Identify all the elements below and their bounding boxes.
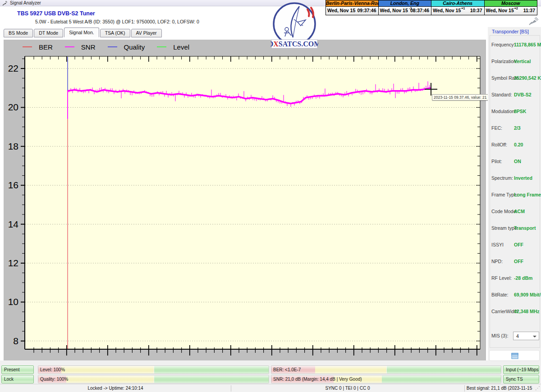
- chart-tooltip: 2023-11-15 09.37.46, value: 21: [432, 94, 489, 100]
- transponder-row-value: DVB-S2: [514, 92, 532, 97]
- clock-date: Wed, Nov 15: [380, 8, 408, 13]
- bar-text: SNR: 21,0 dB (Margin: 14,4 dB | Very Goo…: [273, 375, 362, 383]
- clock-date: Wed, Nov 15: [327, 8, 355, 13]
- transponder-row: Modulation:8PSK: [491, 109, 539, 115]
- world-clock-panel: Berlin-Paris-Vienna-RomaWed, Nov 1509:37…: [326, 0, 537, 15]
- clock-time: 09:37:46: [357, 8, 376, 13]
- transponder-row-value: Inverted: [514, 175, 532, 181]
- snr-bar: SNR: 21,0 dB (Margin: 14,4 dB | Very Goo…: [271, 375, 501, 383]
- tuner-name: TBS 5927 USB DVB-S2 Tuner: [17, 10, 95, 17]
- transponder-row-label: Code Mode:: [491, 209, 517, 214]
- transponder-panel: Transponder [BS] Frequency:11178,865 MHz…: [488, 27, 541, 360]
- lock-indicator: Lock: [1, 375, 34, 383]
- bar-shine: [271, 366, 501, 374]
- tab-av-player[interactable]: AV Player: [131, 29, 162, 37]
- transponder-row: Frame Type:Long Frame: [491, 192, 539, 198]
- clock-time-row: Wed, Nov 15+211:37: [485, 7, 537, 15]
- transponder-row: CarrierWidth:42,348 MHz: [491, 309, 539, 315]
- transponder-row: NPD:OFF: [491, 259, 539, 265]
- bar-text: BER: <1.0E-7: [273, 366, 301, 374]
- transponder-row-label: BitRate:: [491, 292, 508, 297]
- clock-time-row: Wed, Nov 1509:37:46: [326, 7, 378, 15]
- transponder-row-label: Frequency:: [491, 42, 515, 47]
- dxsatcs-logo: DXSATCS.COM: [270, 1, 318, 50]
- y-tick-label: 20: [8, 102, 18, 112]
- transponder-row-value: 2/3: [514, 125, 521, 131]
- y-tick-label: 8: [13, 336, 18, 346]
- mis-dropdown[interactable]: 4: [513, 332, 539, 340]
- transponder-row-value: 42,348 MHz: [514, 309, 540, 314]
- transponder-row: Spectrum:Inverted: [491, 175, 539, 182]
- transponder-row: FEC:2/3: [491, 125, 539, 132]
- transponder-row-label: NPD:: [491, 259, 503, 264]
- transponder-row-value: OFF: [514, 259, 523, 264]
- y-tick-label: 14: [8, 219, 19, 229]
- clock-utc-offset: +1: [461, 6, 465, 10]
- tab-bs-mode[interactable]: BS Mode: [4, 29, 33, 37]
- status-bar: Locked -> Uptime: 24:10:14 SYNC 0 | TEI …: [0, 384, 541, 392]
- y-tick-label: 16: [8, 180, 18, 190]
- transponder-row-label: Spectrum:: [491, 175, 513, 181]
- transponder-row: Standard:DVB-S2: [491, 92, 539, 98]
- bar-text: Quality: 100%: [40, 375, 68, 383]
- clock-time: 10:37: [470, 8, 482, 13]
- transponder-title: Transponder [BS]: [491, 29, 530, 34]
- y-tick-label: 18: [8, 141, 18, 151]
- ts-info-button[interactable]: [489, 350, 540, 361]
- transponder-row-value: 69,909 Mbit/s: [514, 292, 541, 297]
- clock-date: Wed, Nov 15: [433, 8, 461, 13]
- transponder-row: Pilot:ON: [491, 159, 539, 165]
- transponder-row: ISSYIOFF: [491, 242, 539, 248]
- clock-4: MoscowWed, Nov 15+211:37: [485, 0, 538, 15]
- ber-bar: BER: <1.0E-7: [271, 365, 501, 374]
- mis-selected-value: 4: [516, 333, 519, 339]
- status-best-signal: Best signal: 21,1 dB (2023-11-15 09:14): [464, 384, 534, 392]
- mis-label: MIS (3):: [491, 333, 508, 338]
- tab-tsa-ok-[interactable]: TSA (OK): [100, 29, 130, 37]
- bar-text: Level: 100%: [40, 366, 65, 374]
- tab-dt-mode[interactable]: DT Mode: [34, 29, 63, 37]
- present-indicator: Present: [1, 365, 34, 374]
- clock-2: London, EngWed, Nov 15-108:37:46: [379, 0, 432, 15]
- clock-1: Berlin-Paris-Vienna-RomaWed, Nov 1509:37…: [326, 0, 379, 15]
- transponder-row: Frequency:11178,865 MHz: [491, 42, 539, 48]
- sync-ts-indicator: Sync TS: [503, 375, 539, 383]
- transponder-row: Stream type:Transport: [491, 225, 539, 232]
- transponder-row-label: Modulation:: [491, 109, 516, 114]
- transponder-groupbox: [490, 35, 540, 348]
- resize-grip[interactable]: ⋰: [535, 385, 540, 391]
- transponder-row-value: ACM: [514, 209, 525, 214]
- transponder-row-value: 11178,865 MHz: [514, 42, 541, 47]
- transponder-row-label: RollOff:: [491, 142, 507, 147]
- quality-bar: Quality: 100%: [38, 375, 269, 383]
- transponder-row-label: ISSYI: [491, 242, 504, 247]
- level-bar: Level: 100%: [38, 365, 269, 374]
- clock-city: London, Eng: [379, 0, 431, 7]
- bar-shine: [38, 375, 269, 383]
- y-tick-label: 22: [8, 63, 18, 73]
- transponder-row-label: FEC:: [491, 125, 502, 131]
- clock-time-row: Wed, Nov 15+110:37: [431, 7, 484, 15]
- transponder-row: Symbol Rate:35290,542 KS/s: [491, 75, 539, 82]
- mini-satellite-icon: [528, 16, 539, 25]
- chart-region: BERSNRQualityLevel 810121416182022 2023-…: [4, 40, 486, 360]
- clock-time: 11:37: [523, 8, 535, 13]
- signal-analyzer-window: Signal Analyzer TBS 5927 USB DVB-S2 Tune…: [0, 0, 541, 392]
- transponder-row: RollOff:0.20: [491, 142, 539, 148]
- transponder-row-label: RF Level:: [491, 275, 512, 281]
- clock-time: 08:37:46: [410, 8, 429, 13]
- satellite-icon: [2, 0, 8, 6]
- mis-row: MIS (3): 4: [491, 332, 539, 340]
- tab-signal-mon-[interactable]: Signal Mon.: [64, 27, 99, 37]
- transponder-row: Code Mode:ACM: [491, 209, 539, 215]
- clock-utc-offset: +2: [514, 6, 518, 10]
- bar-shine: [38, 366, 269, 374]
- clock-time-row: Wed, Nov 15-108:37:46: [379, 7, 431, 15]
- transponder-row-value: Long Frame: [514, 192, 541, 197]
- list-icon: [511, 353, 518, 359]
- logo-text: DXSATCS.COM: [270, 40, 318, 48]
- clock-3: Cairo-AthensWed, Nov 15+110:37: [431, 0, 485, 15]
- clock-date: Wed, Nov 15: [486, 8, 514, 13]
- transponder-row-value: -28 dBm: [514, 275, 532, 281]
- chevron-down-icon: [533, 336, 536, 337]
